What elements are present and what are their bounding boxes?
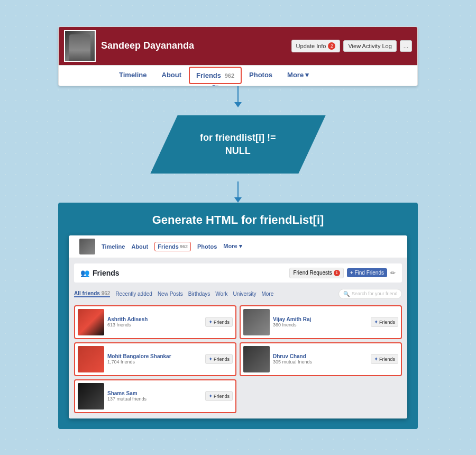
nav-timeline[interactable]: Timeline	[112, 66, 154, 86]
nav-friends[interactable]: Friends 962 ☞	[189, 67, 242, 84]
diamond-text: for friendlist[i] != NULL	[200, 131, 276, 157]
nav-about[interactable]: About	[154, 66, 189, 86]
filter-all-friends[interactable]: All friends 962	[74, 290, 110, 297]
nav-more[interactable]: More ▾	[280, 66, 316, 86]
header-buttons: Update Info 2 View Activity Log ...	[291, 40, 412, 52]
fb-profile-bar: Sandeep Dayananda Update Info 2 View Act…	[58, 26, 418, 86]
friend-mutual-2: 360 friends	[273, 322, 368, 327]
teal-title: Generate HTML for friendList[i]	[152, 213, 324, 227]
arrow-connector-2	[234, 181, 242, 203]
diamond-container: for friendlist[i] != NULL	[153, 107, 323, 181]
avatar-image	[65, 31, 95, 61]
decision-diamond: for friendlist[i] != NULL	[150, 115, 325, 174]
filter-new-posts[interactable]: New Posts	[158, 291, 183, 297]
filter-university[interactable]: University	[233, 291, 257, 297]
friend-info-1: Ashrith Adisesh 613 friends	[107, 316, 202, 327]
friend-mutual-1: 613 friends	[107, 322, 202, 327]
friends-count: 962	[225, 72, 234, 79]
update-info-label: Update Info	[296, 43, 326, 49]
friend-avatar-1	[78, 309, 104, 335]
mini-nav-photos[interactable]: Photos	[197, 243, 217, 250]
filter-more[interactable]: More	[261, 291, 273, 297]
friends-star-icon-2: ✦	[374, 319, 378, 325]
filter-recently-added[interactable]: Recently added	[115, 291, 152, 297]
profile-name: Sandeep Dayananda	[101, 40, 286, 51]
main-container: Sandeep Dayananda Update Info 2 View Act…	[37, 26, 439, 429]
more-arrow-icon: ▾	[305, 71, 309, 79]
mini-nav-about[interactable]: About	[131, 243, 148, 250]
friend-mutual-4: 305 mutual friends	[273, 359, 368, 365]
friend-card-1: Ashrith Adisesh 613 friends ✦ Friends	[74, 305, 236, 339]
mini-nav-friends[interactable]: Friends 962	[154, 242, 191, 251]
arrow-line-1	[237, 86, 239, 102]
profile-avatar	[64, 30, 96, 62]
cursor-hand-icon: ☞	[212, 83, 219, 86]
friends-icon: 👥	[80, 269, 89, 277]
friend-btn-1[interactable]: ✦ Friends	[205, 317, 233, 327]
friend-avatar-3	[78, 346, 104, 372]
friend-mutual-3: 1,704 friends	[107, 359, 202, 365]
friend-btn-4[interactable]: ✦ Friends	[371, 354, 398, 364]
friend-name-2: Vijay Amith Raj	[273, 316, 368, 322]
view-activity-button[interactable]: View Activity Log	[343, 40, 396, 52]
arrow-connector-1	[234, 86, 242, 107]
mini-nav: Timeline About Friends 962 Photos More ▾	[69, 235, 407, 258]
mini-fb-content: 👥 Friends Friend Requests 1 + Find Frien…	[69, 258, 407, 418]
friend-btn-3[interactable]: ✦ Friends	[205, 354, 233, 364]
avatar-silhouette	[69, 34, 90, 61]
filter-birthdays[interactable]: Birthdays	[188, 291, 210, 297]
edit-icon[interactable]: ✏	[390, 269, 396, 277]
arrow-tip-2	[234, 197, 242, 203]
friend-mutual-5: 137 mutual friends	[107, 396, 202, 402]
update-info-button[interactable]: Update Info 2	[291, 40, 341, 52]
friend-requests-label: Friend Requests	[293, 270, 332, 276]
friend-avatar-2	[243, 309, 270, 335]
friend-info-3: Mohit Bangalore Shankar 1,704 friends	[107, 353, 202, 365]
friend-avatar-4	[243, 346, 270, 372]
update-badge: 2	[328, 42, 335, 50]
friends-star-icon-3: ✦	[208, 356, 213, 362]
find-friends-btn[interactable]: + Find Friends	[347, 268, 387, 277]
friend-btn-5[interactable]: ✦ Friends	[205, 391, 233, 401]
teal-section: Generate HTML for friendList[i] Timeline…	[58, 203, 418, 429]
friend-avatar-5	[78, 383, 104, 410]
friends-star-icon-5: ✦	[208, 393, 213, 399]
friend-info-4: Dhruv Chand 305 mutual friends	[273, 353, 368, 365]
mini-friends-actions: Friend Requests 1 + Find Friends ✏	[289, 268, 396, 278]
friends-star-icon: ✦	[208, 319, 213, 325]
friend-name-4: Dhruv Chand	[273, 353, 368, 359]
search-icon: 🔍	[343, 291, 350, 297]
more-options-button[interactable]: ...	[400, 40, 412, 52]
friend-card-5: Shams Sam 137 mutual friends ✦ Friends	[74, 379, 236, 413]
friend-name-5: Shams Sam	[107, 390, 202, 396]
mini-avatar	[79, 239, 95, 254]
friend-card-4: Dhruv Chand 305 mutual friends ✦ Friends	[240, 342, 402, 376]
friend-card-2: Vijay Amith Raj 360 friends ✦ Friends	[240, 305, 402, 339]
friend-name-1: Ashrith Adisesh	[107, 316, 202, 322]
friends-search[interactable]: 🔍 Search for your friends	[338, 289, 402, 299]
fb-header: Sandeep Dayananda Update Info 2 View Act…	[59, 27, 417, 65]
mini-friends-title: 👥 Friends	[80, 269, 120, 277]
friends-grid: Ashrith Adisesh 613 friends ✦ Friends Vi…	[74, 305, 402, 413]
friend-info-5: Shams Sam 137 mutual friends	[107, 390, 202, 402]
friend-card-3: Mohit Bangalore Shankar 1,704 friends ✦ …	[74, 342, 236, 376]
friend-name-3: Mohit Bangalore Shankar	[107, 353, 202, 359]
friends-star-icon-4: ✦	[374, 356, 378, 362]
req-badge: 1	[334, 270, 340, 276]
friend-btn-2[interactable]: ✦ Friends	[371, 317, 398, 327]
mini-nav-timeline[interactable]: Timeline	[102, 243, 125, 250]
mini-friends-header: 👥 Friends Friend Requests 1 + Find Frien…	[74, 263, 402, 283]
mini-fb-page: Timeline About Friends 962 Photos More ▾…	[69, 235, 407, 418]
friend-requests-btn[interactable]: Friend Requests 1	[289, 268, 343, 278]
arrow-line-2	[237, 181, 239, 197]
search-placeholder: Search for your friends	[352, 291, 397, 296]
filter-work[interactable]: Work	[215, 291, 227, 297]
arrow-tip-1	[234, 102, 242, 107]
profile-nav: Timeline About Friends 962 ☞ Photos More…	[59, 65, 417, 86]
nav-photos[interactable]: Photos	[242, 66, 280, 86]
filter-bar: All friends 962 Recently added New Posts…	[74, 287, 402, 301]
mini-nav-more[interactable]: More ▾	[223, 243, 242, 250]
friend-info-2: Vijay Amith Raj 360 friends	[273, 316, 368, 327]
